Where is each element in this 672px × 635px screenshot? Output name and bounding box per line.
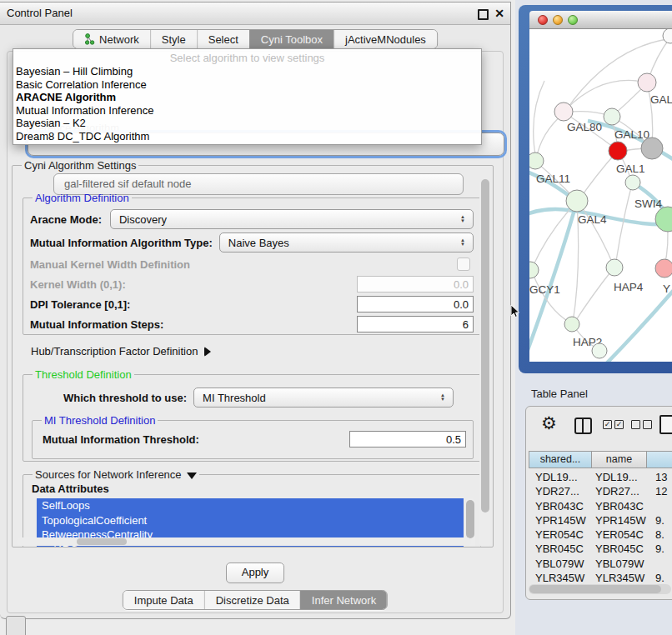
close-traffic-light-icon[interactable] (538, 15, 548, 25)
table-panel: ⚙ ✓ ✓ shared...name YDL19...YDL19...13YD… (525, 406, 672, 600)
gear-icon[interactable]: ⚙ (541, 413, 557, 433)
table-cell (650, 499, 672, 513)
table-row[interactable]: YDL19...YDL19...13 (529, 470, 672, 484)
node-gal11[interactable] (529, 152, 544, 169)
tab-infer-network[interactable]: Infer Network (300, 591, 387, 609)
network-edge[interactable] (579, 152, 616, 199)
which-threshold-label: Which threshold to use: (63, 392, 187, 404)
unchecked-box-icon[interactable] (643, 420, 652, 429)
mi-type-value: Naive Bayes (228, 237, 289, 249)
algorithm-option-aracne-algorithm[interactable]: ARACNE Algorithm (13, 91, 481, 104)
network-view-window[interactable]: GALGAL80GAL10GAL1GAL11SWI4GAL4GCY1HAP4YH… (519, 5, 672, 373)
manual-kernel-checkbox[interactable] (457, 258, 470, 271)
node-unlabeled[interactable] (641, 138, 663, 159)
table-row[interactable]: YPR145WYPR145W9. (529, 513, 672, 528)
tab-select[interactable]: Select (197, 30, 249, 48)
table-row[interactable]: YBR043CYBR043C (529, 499, 672, 513)
attribute-item-topologicalcoefficient[interactable]: TopologicalCoefficient (37, 513, 464, 528)
column-header-name[interactable]: name (592, 451, 647, 468)
node-gal4[interactable] (566, 190, 588, 212)
table-header-row: shared...name (529, 451, 672, 468)
tab-label: Style (162, 33, 186, 46)
node-swi4[interactable] (625, 175, 640, 190)
node-label-gal10: GAL10 (614, 128, 649, 141)
combo-arrows-icon: ▲▼ (460, 233, 465, 252)
node-unlabeled[interactable] (663, 29, 672, 43)
float-window-icon[interactable] (478, 9, 489, 20)
settings-vertical-scrollbar[interactable] (479, 178, 490, 548)
algorithm-option-dream8-dc-tdc-algorithm[interactable]: Dream8 DC_TDC Algorithm (13, 130, 481, 143)
dpi-tolerance-field[interactable]: 0.0 (357, 296, 474, 312)
column-header-shared[interactable]: shared... (529, 451, 592, 468)
settings-horizontal-scrollbar[interactable] (17, 538, 471, 546)
table-row[interactable]: YLR345WYLR345W9. (529, 571, 672, 585)
node-y[interactable] (655, 259, 672, 278)
apply-button[interactable]: Apply (226, 562, 284, 583)
table-row[interactable]: YER054CYER054C8. (529, 528, 672, 542)
close-icon[interactable]: ✕ (494, 6, 504, 21)
mi-steps-field[interactable]: 6 (357, 316, 474, 332)
tab-cyni-toolbox[interactable]: Cyni Toolbox (249, 30, 333, 48)
node-gal[interactable] (638, 73, 656, 92)
table-cell: 9. (650, 571, 672, 585)
tab-jactivemnodules[interactable]: jActiveMNodules (333, 30, 437, 48)
page-icon[interactable] (659, 415, 672, 434)
mi-threshold-definition-group: MI Threshold Definition Mutual Informati… (32, 414, 474, 459)
table-cell: YDR27... (594, 484, 650, 498)
network-edge[interactable] (574, 269, 613, 322)
table-horizontal-scrollbar[interactable] (529, 584, 671, 594)
node-gcy1[interactable] (529, 262, 539, 278)
node-label-gal1: GAL1 (616, 162, 645, 175)
mi-threshold-field[interactable]: 0.5 (349, 431, 466, 448)
algorithm-option-bayesian-k2[interactable]: Bayesian – K2 (13, 117, 481, 130)
algorithm-definition-title: Algorithm Definition (33, 192, 132, 204)
node-label-hap4: HAP4 (614, 281, 644, 293)
tab-impute-data[interactable]: Impute Data (123, 591, 204, 609)
node-unlabeled[interactable] (592, 343, 607, 358)
network-window-titlebar[interactable] (529, 11, 672, 29)
node-gal80[interactable] (554, 102, 573, 121)
table-cell: YBR045C (529, 542, 594, 556)
sources-title[interactable]: Sources for Network Inference (33, 468, 199, 481)
which-threshold-combo[interactable]: MI Threshold ▲▼ (193, 388, 454, 408)
node-gal10[interactable] (604, 108, 620, 125)
network-edge[interactable] (615, 184, 632, 266)
docked-panel-icon[interactable] (6, 616, 26, 635)
node-label-gal11: GAL11 (536, 172, 570, 185)
checked-box-icon[interactable]: ✓ (603, 420, 612, 429)
unchecked-box-icon[interactable] (631, 420, 640, 429)
node-label-gcy1: GCY1 (529, 283, 560, 296)
node-gal1[interactable] (609, 142, 627, 160)
column-header-3[interactable] (647, 451, 672, 468)
checked-box-icon[interactable]: ✓ (614, 420, 624, 429)
tab-label: Cyni Toolbox (261, 33, 323, 46)
zoom-traffic-light-icon[interactable] (568, 15, 578, 25)
algorithm-option-bayesian-hill-climbing[interactable]: Bayesian – Hill Climbing (13, 65, 481, 78)
tab-style[interactable]: Style (150, 30, 197, 48)
node-hap2[interactable] (564, 317, 579, 332)
table-cell: 13 (650, 470, 672, 484)
attribute-item-selfloops[interactable]: SelfLoops (37, 498, 464, 513)
network-canvas[interactable]: GALGAL80GAL10GAL1GAL11SWI4GAL4GCY1HAP4YH… (529, 29, 672, 362)
table-row[interactable]: YDR27...YDR27...12 (529, 484, 672, 498)
table-row[interactable]: YBL079WYBL079W (529, 557, 672, 571)
node-unlabeled[interactable] (655, 207, 672, 232)
threshold-definition-title: Threshold Definition (33, 368, 134, 381)
node-hap4[interactable] (606, 259, 623, 276)
node-label-swi4: SWI4 (634, 198, 662, 210)
tab-network[interactable]: Network (73, 30, 150, 48)
hub-definition-expander[interactable]: Hub/Transcription Factor Definition (31, 345, 211, 358)
control-panel-tab-bar: NetworkStyleSelectCyni ToolboxjActiveMNo… (73, 29, 438, 49)
mi-type-combo[interactable]: Naive Bayes ▲▼ (219, 232, 474, 252)
algorithm-option-basic-correlation-inference[interactable]: Basic Correlation Inference (13, 78, 481, 92)
minimize-traffic-light-icon[interactable] (553, 15, 563, 25)
algorithm-option-mutual-information-inference[interactable]: Mutual Information Inference (13, 104, 481, 118)
network-edge[interactable] (529, 201, 577, 359)
table-row[interactable]: YBR045CYBR045C9. (529, 542, 672, 556)
split-pane-icon[interactable] (574, 418, 592, 434)
sources-group: Sources for Network Inference Data Attri… (23, 468, 481, 548)
tab-discretize-data[interactable]: Discretize Data (204, 591, 300, 609)
mouse-cursor (510, 304, 521, 320)
aracne-mode-combo[interactable]: Discovery ▲▼ (110, 209, 474, 229)
table-cell: 9. (650, 513, 672, 528)
